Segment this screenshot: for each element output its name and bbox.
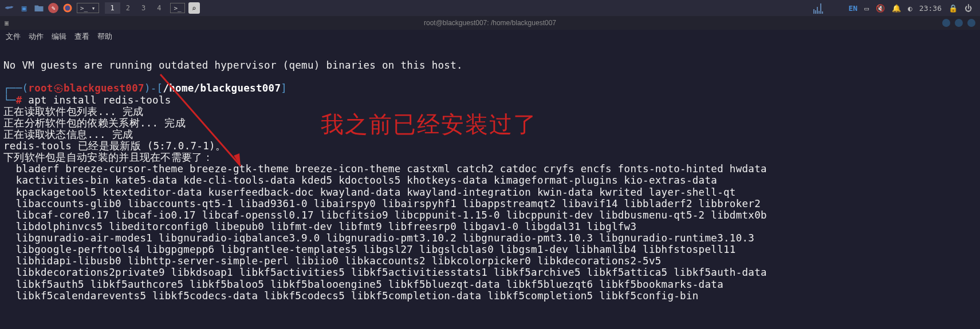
window-close-button[interactable] [967,19,975,27]
package-line: libkf5auth5 libkf5authcore5 libkf5baloo5… [3,279,723,290]
package-line: libaccounts-glib0 libaccounts-qt5-1 liba… [3,198,761,209]
workspace-2[interactable]: 2 [120,2,136,14]
menu-help[interactable]: 帮助 [97,31,112,42]
prompt-box: ] [281,82,287,94]
terminal-launcher-icon[interactable]: >_ ▾ [77,3,99,13]
taskbar-left: ▣ ✎ >_ ▾ 1 2 3 4 >_ ⌕ [3,2,200,14]
prompt-hash: # [16,94,29,106]
terminal-output[interactable]: No VM guests are running outdated hyperv… [0,43,980,306]
output-line: 正在分析软件包的依赖关系树... 完成 [3,117,186,129]
package-line: bladerf breeze-cursor-theme breeze-gtk-t… [3,163,767,175]
workspace-4[interactable]: 4 [151,2,167,14]
menu-view[interactable]: 查看 [74,31,89,42]
package-line: libgnuradio-air-modes1 libgnuradio-iqbal… [3,232,754,244]
power-icon[interactable]: ⏻ [965,4,972,13]
package-line: libgoogle-perftools4 libgpgmepp6 libgran… [3,244,736,255]
window-list-icon[interactable]: ▣ [18,2,30,14]
workspace-switcher: 1 2 3 4 [105,2,167,14]
menu-bar: 文件 动作 编辑 查看 帮助 [0,30,980,43]
clock[interactable]: 23:36 [919,4,942,13]
menu-actions[interactable]: 动作 [29,31,44,42]
package-line: libkdecorations2private9 libkdsoap1 libk… [3,267,767,278]
prompt-host: blackguest007 [64,82,144,94]
prompt-path: /home/blackguest007 [163,82,281,94]
window-controls [942,19,975,27]
workspace-1[interactable]: 1 [105,2,120,14]
app-icon[interactable]: ✎ [48,3,58,13]
taskbar-right: EN ▭ 🔇 🔔 ◐ 23:36 🔒 ⏻ [813,2,977,14]
command-text: apt install redis-tools [28,94,171,106]
package-line: kactivities-bin kate5-data kde-cli-tools… [3,175,717,186]
output-line: 正在读取状态信息... 完成 [3,129,133,140]
window-minimize-button[interactable] [942,19,950,27]
menu-edit[interactable]: 编辑 [52,31,66,42]
file-manager-icon[interactable] [33,2,45,14]
prompt-box: └─ [3,94,16,106]
terminal-window-icon: ▣ [5,19,9,27]
taskbar: ▣ ✎ >_ ▾ 1 2 3 4 >_ ⌕ EN ▭ 🔇 🔔 ◐ 23:36 🔒… [0,0,980,16]
language-indicator[interactable]: EN [849,4,858,13]
active-terminal-icon[interactable]: >_ [170,3,184,13]
package-line: libkf5calendarevents5 libkf5codecs-data … [3,290,699,302]
system-monitor-icon[interactable] [813,2,842,14]
firefox-icon[interactable] [62,2,73,14]
output-line: 正在读取软件包列表... 完成 [3,106,144,117]
prompt-box: )-[ [144,82,163,94]
volume-mute-icon[interactable]: 🔇 [876,4,885,13]
kali-menu-icon[interactable] [3,2,15,14]
tray-panel-icon[interactable]: ▭ [864,4,869,13]
window-title-bar[interactable]: ▣ root@blackguest007: /home/blackguest00… [0,16,980,30]
package-line: libhidapi-libusb0 libhttp-server-simple-… [3,255,662,267]
package-line: kpackagetool5 ktexteditor-data kuserfeed… [3,187,736,198]
search-icon[interactable]: ⌕ [188,2,200,14]
window-maximize-button[interactable] [955,19,963,27]
svg-point-1 [65,6,70,11]
output-line: No VM guests are running outdated hyperv… [3,60,463,71]
workspace-3[interactable]: 3 [136,2,151,14]
prompt-box: ┌──( [3,82,28,94]
lock-icon[interactable]: 🔒 [948,4,958,13]
updates-icon[interactable]: ◐ [908,4,912,13]
package-line: libcaf-core0.17 libcaf-io0.17 libcaf-ope… [3,209,767,221]
prompt-at: ㉿ [53,82,64,94]
package-line: libdolphinvcs5 libeditorconfig0 libepub0… [3,221,636,232]
prompt-user: root [28,82,53,94]
output-line: redis-tools 已经是最新版 (5:7.0.7-1)。 [3,140,226,152]
annotation-text: 我之前已经安装过了 [321,109,537,140]
window-title-text: root@blackguest007: /home/blackguest007 [424,19,556,27]
output-line: 下列软件包是自动安装的并且现在不需要了： [3,152,213,163]
menu-file[interactable]: 文件 [6,31,21,42]
notifications-icon[interactable]: 🔔 [892,4,901,13]
